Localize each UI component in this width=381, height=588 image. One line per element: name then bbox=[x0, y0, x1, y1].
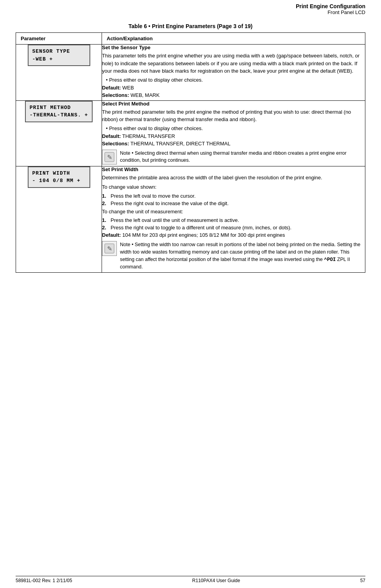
list-item: 1.Press the left oval to move the cursor… bbox=[102, 193, 365, 199]
lcd-line1: PRINT WIDTH bbox=[32, 170, 70, 176]
footer-right: 57 bbox=[360, 578, 365, 583]
default-value-print-width: 104 MM for 203 dpi print engines; 105 8/… bbox=[122, 232, 285, 238]
svg-text:✎: ✎ bbox=[107, 245, 112, 252]
parameters-table: Parameter Action/Explanation SENSOR TYPE… bbox=[16, 32, 365, 273]
action-default-print-method: Default: THERMAL TRANSFER bbox=[102, 133, 365, 139]
note-icon-print-method: ✎ bbox=[102, 150, 117, 164]
list-item: 2.Press the right oval to increase the v… bbox=[102, 200, 365, 206]
svg-text:✎: ✎ bbox=[107, 154, 112, 161]
param-cell-sensor-type: SENSOR TYPE -WEB + bbox=[16, 45, 102, 101]
action-selections-sensor-type: Selections: WEB, MARK bbox=[102, 92, 365, 98]
note-pencil-icon2: ✎ bbox=[104, 243, 115, 254]
action-cell-print-width: Set Print Width Determines the printable… bbox=[102, 166, 365, 273]
action-body2-print-width: To change value shown: bbox=[102, 183, 365, 191]
param-cell-print-method: PRINT METHOD -THERMAL-TRANS. + bbox=[16, 100, 102, 166]
action-default-sensor-type: Default: WEB bbox=[102, 85, 365, 91]
selections-value-sensor-type: WEB, MARK bbox=[131, 92, 159, 98]
action-selections-print-method: Selections: THERMAL TRANSFER, DIRECT THE… bbox=[102, 141, 365, 147]
page-header: Print Engine Configuration Front Panel L… bbox=[16, 0, 365, 16]
action-default-print-width: Default: 104 MM for 203 dpi print engine… bbox=[102, 232, 365, 238]
header-subtitle: Front Panel LCD bbox=[16, 9, 365, 15]
list-item: 2.Press the right oval to toggle to a di… bbox=[102, 225, 365, 231]
page-container: Print Engine Configuration Front Panel L… bbox=[0, 0, 381, 588]
note-pencil-icon: ✎ bbox=[104, 152, 115, 163]
header-title: Print Engine Configuration bbox=[16, 3, 365, 9]
lcd-line2: -WEB + bbox=[32, 56, 53, 62]
action-body-print-width: Determines the printable area across the… bbox=[102, 174, 365, 182]
lcd-line2: -THERMAL-TRANS. + bbox=[30, 112, 88, 118]
action-bullet-print-method: • Press either oval to display other cho… bbox=[106, 125, 365, 131]
col-header-parameter: Parameter bbox=[16, 33, 102, 45]
note-text-print-method: Note • Selecting direct thermal when usi… bbox=[120, 150, 365, 164]
steps2-print-width: 1.Press the left oval until the unit of … bbox=[102, 217, 365, 231]
action-bullet-sensor-type: • Press either oval to display other cho… bbox=[106, 77, 365, 83]
col-header-action: Action/Explanation bbox=[102, 33, 365, 45]
action-cell-print-method: Select Print Method The print method par… bbox=[102, 100, 365, 166]
note-text-print-width: Note • Setting the width too narrow can … bbox=[120, 241, 365, 271]
action-title-sensor-type: Set the Sensor Type bbox=[102, 45, 365, 50]
table-row: PRINT METHOD -THERMAL-TRANS. + Select Pr… bbox=[16, 100, 365, 166]
lcd-line1: SENSOR TYPE bbox=[32, 48, 70, 54]
note-monospace: ^POI bbox=[324, 257, 336, 263]
action-cell-sensor-type: Set the Sensor Type This parameter tells… bbox=[102, 45, 365, 101]
default-value-print-method: THERMAL TRANSFER bbox=[122, 133, 175, 139]
footer-center: R110PAX4 User Guide bbox=[192, 578, 240, 583]
lcd-print-width: PRINT WIDTH - 104 0/8 MM + bbox=[28, 166, 90, 188]
action-title-print-method: Select Print Method bbox=[102, 101, 365, 107]
footer-left: 58981L-002 Rev. 1 2/11/05 bbox=[16, 578, 72, 583]
table-row: PRINT WIDTH - 104 0/8 MM + Set Print Wid… bbox=[16, 166, 365, 273]
lcd-print-method: PRINT METHOD -THERMAL-TRANS. + bbox=[25, 101, 93, 122]
steps1-print-width: 1.Press the left oval to move the cursor… bbox=[102, 193, 365, 206]
lcd-line1: PRINT METHOD bbox=[30, 105, 71, 111]
lcd-sensor-type: SENSOR TYPE -WEB + bbox=[28, 45, 90, 66]
lcd-line2: - 104 0/8 MM + bbox=[32, 178, 80, 184]
note-box-print-width: ✎ Note • Setting the width too narrow ca… bbox=[102, 241, 365, 271]
table-title: Table 6 • Print Engine Parameters (Page … bbox=[16, 23, 365, 29]
page-footer: 58981L-002 Rev. 1 2/11/05 R110PAX4 User … bbox=[16, 576, 365, 583]
table-row: SENSOR TYPE -WEB + Set the Sensor Type T… bbox=[16, 45, 365, 101]
action-body-print-method: The print method parameter tells the pri… bbox=[102, 108, 365, 123]
note-box-print-method: ✎ Note • Selecting direct thermal when u… bbox=[102, 150, 365, 164]
selections-value-print-method: THERMAL TRANSFER, DIRECT THERMAL bbox=[131, 141, 231, 147]
default-value-sensor-type: WEB bbox=[122, 85, 134, 91]
list-item: 1.Press the left oval until the unit of … bbox=[102, 217, 365, 223]
note-icon-print-width: ✎ bbox=[102, 241, 117, 256]
action-body3-print-width: To change the unit of measurement: bbox=[102, 208, 365, 216]
action-title-print-width: Set Print Width bbox=[102, 166, 365, 172]
param-cell-print-width: PRINT WIDTH - 104 0/8 MM + bbox=[16, 166, 102, 273]
action-body-sensor-type: This parameter tells the print engine wh… bbox=[102, 52, 365, 75]
